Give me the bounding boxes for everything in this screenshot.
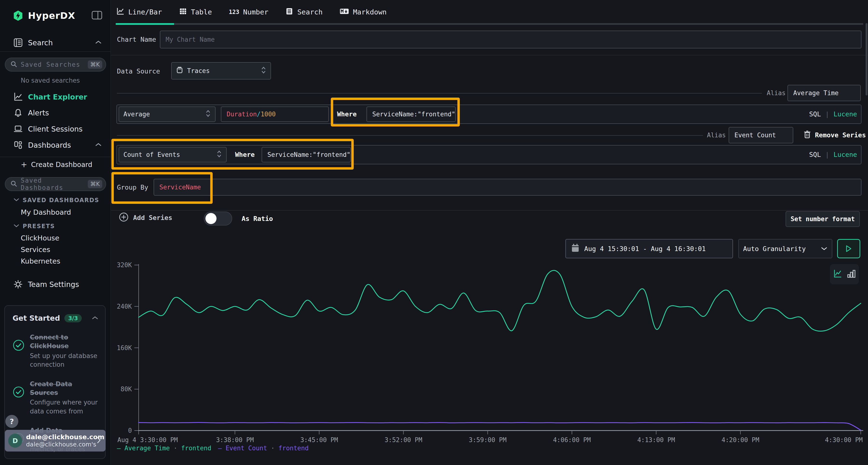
- add-series-button[interactable]: Add Series: [119, 212, 173, 223]
- markdown-tab-icon: [340, 7, 349, 17]
- set-number-format-button[interactable]: Set number format: [785, 211, 860, 227]
- sql-option[interactable]: SQL: [809, 110, 821, 118]
- svg-text:320K: 320K: [117, 261, 132, 269]
- gear-icon: [12, 279, 24, 289]
- section-saved-dashboards[interactable]: SAVED DASHBOARDS: [0, 195, 111, 206]
- svg-text:3:59:00 PM: 3:59:00 PM: [469, 436, 506, 443]
- sidebar-item-clickhouse[interactable]: ClickHouse: [0, 232, 111, 244]
- chevron-up-icon[interactable]: [92, 315, 98, 321]
- sidebar-item-team-settings[interactable]: Team Settings: [0, 277, 111, 292]
- toggle-knob: [206, 213, 217, 224]
- lucene-option[interactable]: Lucene: [834, 151, 857, 158]
- tab-track: [116, 23, 863, 25]
- sidebar-item-alerts[interactable]: Alerts: [0, 105, 111, 120]
- series2-where-input[interactable]: ServiceName:"frontend": [261, 147, 351, 162]
- user-subtitle: dale@clickhouse.com's: [26, 441, 93, 448]
- sidebar-item-my-dashboard[interactable]: My Dashboard: [0, 206, 111, 218]
- series1-language-switch: SQL | Lucene: [809, 110, 857, 118]
- sql-option[interactable]: SQL: [809, 151, 821, 158]
- series2-alias-input[interactable]: Event Count: [728, 127, 793, 143]
- chart-legend: — Average Time · frontend — Event Count …: [117, 444, 309, 452]
- create-dashboard-label: Create Dashboard: [31, 161, 92, 169]
- svg-text:Aug 4 3:30:00 PM: Aug 4 3:30:00 PM: [117, 436, 178, 443]
- tab-number[interactable]: 123 Number: [229, 8, 268, 16]
- svg-text:0: 0: [128, 427, 132, 434]
- series2-aggregation-select[interactable]: Count of Events: [119, 147, 227, 162]
- select-chevrons-icon: [217, 150, 222, 160]
- alerts-label: Alerts: [28, 109, 49, 117]
- sidebar-item-search[interactable]: Search: [0, 35, 111, 50]
- search-section-label: Search: [28, 38, 53, 47]
- sidebar-item-dashboards[interactable]: Dashboards: [0, 138, 111, 152]
- number-tab-icon: 123: [229, 9, 239, 15]
- remove-series-button[interactable]: Remove Series: [803, 130, 866, 140]
- svg-text:4:20:00 PM: 4:20:00 PM: [722, 436, 760, 443]
- line-bar-tab-icon: [116, 7, 124, 17]
- get-started-step-sources[interactable]: Create Data Sources Configure where your…: [12, 380, 98, 416]
- sidebar-item-client-sessions[interactable]: Client Sessions: [0, 122, 111, 136]
- legend-item-average-time[interactable]: — Average Time · frontend: [117, 444, 211, 452]
- chart-name-label: Chart Name: [117, 36, 156, 43]
- tab-line-bar[interactable]: Line/Bar: [116, 7, 162, 17]
- chevron-down-icon: [13, 198, 19, 203]
- legend-item-event-count[interactable]: — Event Count · frontend: [218, 444, 309, 452]
- sidebar: HyperDX Search Saved Searches ⌘K No save…: [0, 0, 111, 465]
- search-icon: [10, 180, 18, 188]
- data-source-select[interactable]: Traces: [171, 62, 271, 79]
- divider: [0, 157, 111, 157]
- saved-dashboards-placeholder: Saved Dashboards: [21, 177, 88, 191]
- scrollbar-thumb[interactable]: [866, 23, 868, 95]
- chart-name-input[interactable]: My Chart Name: [160, 31, 862, 48]
- hyperdx-logo-icon: [12, 9, 24, 22]
- collapse-sidebar-icon[interactable]: [92, 10, 102, 21]
- client-sessions-label: Client Sessions: [28, 125, 83, 133]
- search-icon: [10, 61, 18, 69]
- help-button[interactable]: ?: [5, 415, 18, 428]
- svg-text:3:52:00 PM: 3:52:00 PM: [384, 436, 423, 443]
- alias-label: Alias: [767, 89, 785, 97]
- divider: [111, 210, 868, 210]
- get-started-step-connect[interactable]: Connect to ClickHouse Set up your databa…: [12, 333, 98, 369]
- svg-text:4:06:00 PM: 4:06:00 PM: [553, 436, 591, 443]
- divider: [117, 135, 703, 136]
- svg-text:4:30:00 PM: 4:30:00 PM: [825, 436, 863, 443]
- get-started-title: Get Started: [12, 314, 60, 322]
- alias-label: Alias: [707, 132, 726, 139]
- bell-icon: [12, 108, 24, 118]
- chart-canvas[interactable]: 080K160K240K320KAug 4 3:30:00 PM3:38:00 …: [111, 255, 868, 448]
- chevron-right-icon: [96, 437, 101, 445]
- divider: [0, 51, 111, 52]
- sidebar-item-chart-explorer[interactable]: Chart Explorer: [0, 90, 111, 104]
- tab-search[interactable]: Search: [285, 7, 322, 17]
- saved-dashboards-input[interactable]: Saved Dashboards ⌘K: [5, 177, 106, 191]
- sidebar-item-kubernetes[interactable]: Kubernetes: [0, 255, 111, 267]
- tab-markdown[interactable]: Markdown: [340, 7, 387, 17]
- no-saved-searches-text: No saved searches: [0, 75, 111, 86]
- section-presets[interactable]: PRESETS: [0, 221, 111, 232]
- chart-explorer-label: Chart Explorer: [28, 93, 87, 101]
- group-by-input[interactable]: ServiceName: [154, 179, 862, 196]
- chevron-down-icon: [821, 245, 828, 252]
- create-dashboard-button[interactable]: + Create Dashboard: [0, 158, 111, 171]
- tab-table[interactable]: Table: [179, 7, 212, 17]
- sidebar-item-services[interactable]: Services: [0, 244, 111, 255]
- app-title: HyperDX: [28, 10, 75, 21]
- lucene-option[interactable]: Lucene: [834, 110, 857, 118]
- trash-icon: [803, 130, 811, 140]
- series2-where-label: Where: [235, 151, 255, 158]
- series1-field-input[interactable]: Duration/1000: [221, 106, 329, 122]
- as-ratio-toggle[interactable]: [204, 211, 232, 226]
- svg-text:160K: 160K: [117, 344, 132, 352]
- series1-alias-input[interactable]: Average Time: [787, 85, 861, 101]
- divider: [111, 55, 868, 56]
- chart-line-icon: [12, 92, 24, 102]
- saved-searches-input[interactable]: Saved Searches ⌘K: [5, 58, 106, 72]
- svg-text:3:38:00 PM: 3:38:00 PM: [216, 436, 254, 443]
- calendar-icon: [571, 243, 579, 254]
- user-menu[interactable]: D dale@clickhouse.com dale@clickhouse.co…: [5, 430, 105, 452]
- play-icon: [845, 245, 852, 252]
- chart-type-tabs: Line/Bar Table 123 Number Search Markdow…: [111, 0, 868, 24]
- series1-where-input[interactable]: ServiceName:"frontend": [367, 106, 456, 122]
- laptop-icon: [12, 124, 24, 134]
- series1-aggregation-select[interactable]: Average: [119, 106, 216, 122]
